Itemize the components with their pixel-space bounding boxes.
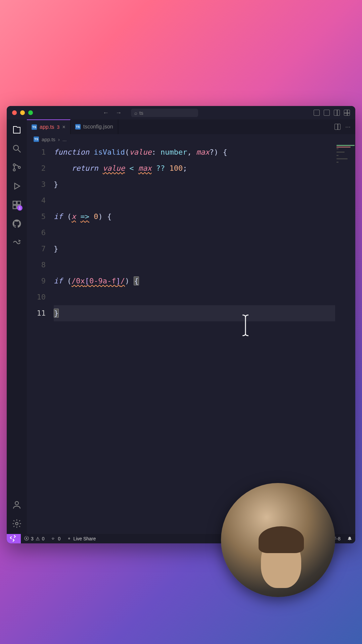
error-icon: ⓧ [24, 536, 29, 542]
code-line[interactable] [54, 193, 355, 209]
code-content[interactable]: function isValid(value: number, max?) { … [54, 144, 355, 534]
vscode-window: ← → ⌕ ts [7, 106, 355, 543]
command-center[interactable]: ⌕ ts [131, 109, 198, 117]
breadcrumb-symbol: ... [62, 137, 67, 142]
tab-error-count: 3 [57, 124, 60, 130]
traffic-lights [12, 110, 33, 115]
svg-rect-6 [17, 201, 20, 205]
breadcrumb[interactable]: TS app.ts › ... [27, 134, 355, 144]
source-control-icon[interactable] [12, 162, 22, 172]
extensions-icon[interactable]: 1 [12, 200, 22, 210]
line-number: 9 [27, 273, 46, 289]
explorer-icon[interactable] [12, 125, 22, 135]
svg-point-10 [15, 522, 18, 525]
run-debug-icon[interactable] [12, 181, 22, 191]
nav-forward-icon[interactable]: → [116, 109, 122, 116]
notifications-icon[interactable]: 🔔︎ [344, 536, 355, 541]
split-editor-icon[interactable] [334, 124, 341, 130]
svg-point-0 [13, 145, 18, 150]
window-maximize-button[interactable] [28, 110, 33, 115]
antenna-icon: ᯤ [51, 536, 56, 541]
tab-label: tsconfig.json [83, 124, 113, 130]
liveshare-icon[interactable] [12, 237, 22, 248]
line-number: 11 [27, 305, 46, 321]
problems-status[interactable]: ⓧ 3 ⚠ 0 [21, 536, 48, 542]
search-icon[interactable] [12, 144, 22, 154]
svg-rect-7 [13, 205, 16, 209]
tab-app-ts[interactable]: TS app.ts 3 × [27, 119, 71, 134]
chevron-right-icon: › [58, 137, 60, 142]
titlebar: ← → ⌕ ts [7, 106, 355, 119]
github-icon[interactable] [12, 219, 22, 229]
breadcrumb-file: app.ts [42, 137, 55, 142]
line-number: 8 [27, 257, 46, 273]
titlebar-layout-controls [314, 110, 350, 116]
window-minimize-button[interactable] [20, 110, 25, 115]
code-line[interactable]: function isValid(value: number, max?) { [54, 144, 355, 160]
ports-count: 0 [58, 536, 61, 541]
liveshare-status[interactable]: ⚬ Live Share [64, 536, 99, 541]
settings-gear-icon[interactable] [12, 519, 22, 529]
webcam-overlay [221, 483, 335, 597]
line-numbers: 1234567891011 [27, 144, 54, 534]
more-actions-icon[interactable]: ⋯ [345, 124, 351, 130]
window-close-button[interactable] [12, 110, 17, 115]
line-number: 5 [27, 209, 46, 225]
editor-group: TS app.ts 3 × TS tsconfig.json ⋯ TS app.… [27, 119, 355, 534]
tsconfig-file-icon: TS [75, 124, 81, 129]
code-line[interactable]: } [54, 305, 355, 321]
warning-count: 0 [42, 536, 45, 541]
typescript-file-icon: TS [32, 124, 37, 130]
bell-icon: 🔔︎ [347, 536, 352, 541]
remote-indicator[interactable] [7, 534, 21, 543]
workbench: 1 TS app.ts 3 [7, 119, 355, 534]
code-line[interactable]: } [54, 176, 355, 193]
svg-point-2 [13, 164, 15, 166]
warning-icon: ⚠ [36, 536, 40, 541]
customize-layout-icon[interactable] [344, 110, 350, 116]
liveshare-label: Live Share [73, 536, 96, 541]
svg-point-3 [13, 169, 15, 171]
code-line[interactable] [54, 289, 355, 305]
line-number: 4 [27, 193, 46, 209]
extensions-badge: 1 [17, 205, 22, 211]
line-number: 6 [27, 225, 46, 241]
toggle-panel-left-icon[interactable] [314, 110, 320, 116]
accounts-icon[interactable] [12, 500, 22, 510]
line-number: 3 [27, 176, 46, 193]
line-number: 7 [27, 241, 46, 257]
nav-back-icon[interactable]: ← [103, 109, 109, 116]
svg-rect-5 [13, 201, 16, 205]
minimap[interactable] [335, 144, 355, 534]
code-line[interactable]: } [54, 241, 355, 257]
search-icon: ⌕ [134, 110, 137, 116]
tab-close-icon[interactable]: × [62, 124, 65, 130]
error-count: 3 [31, 536, 34, 541]
nav-arrows: ← → [103, 109, 122, 116]
liveshare-icon: ⚬ [67, 536, 71, 541]
line-number: 1 [27, 144, 46, 160]
toggle-panel-right-icon[interactable] [334, 110, 340, 116]
svg-point-9 [15, 501, 18, 505]
typescript-file-icon: TS [34, 137, 39, 142]
tab-label: app.ts [40, 124, 54, 130]
code-line[interactable]: if (/0x[0-9a-f]/) { [54, 273, 355, 289]
line-number: 10 [27, 289, 46, 305]
code-line[interactable]: return value < max ?? 100; [54, 160, 355, 176]
svg-line-1 [18, 150, 21, 153]
toggle-panel-bottom-icon[interactable] [324, 110, 330, 116]
tab-bar: TS app.ts 3 × TS tsconfig.json ⋯ [27, 119, 355, 134]
code-editor[interactable]: 1234567891011 function isValid(value: nu… [27, 144, 355, 534]
activity-bar: 1 [7, 119, 27, 534]
ports-status[interactable]: ᯤ 0 [48, 536, 64, 541]
svg-point-4 [18, 166, 20, 168]
code-line[interactable]: if (x => 0) { [54, 209, 355, 225]
line-number: 2 [27, 160, 46, 176]
code-line[interactable] [54, 257, 355, 273]
tab-tsconfig-json[interactable]: TS tsconfig.json [71, 119, 118, 134]
code-line[interactable] [54, 225, 355, 241]
search-text: ts [139, 110, 143, 116]
